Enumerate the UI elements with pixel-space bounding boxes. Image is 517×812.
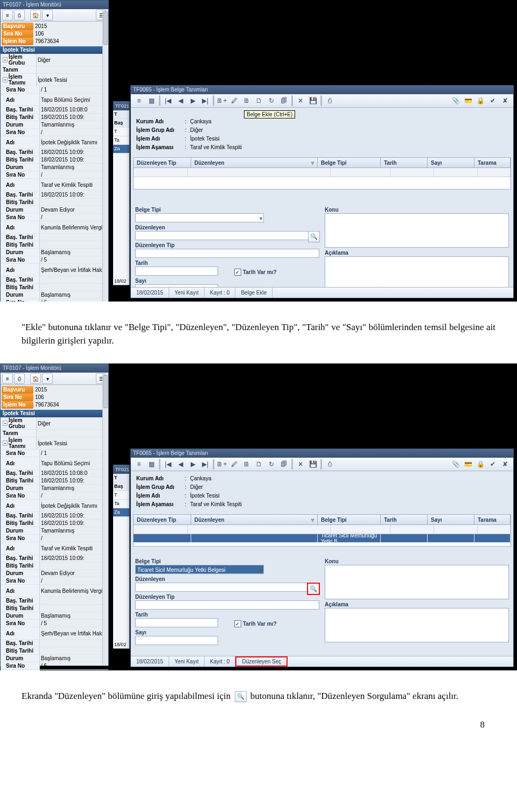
tree-row[interactable]: AdıTapu Bölümü Seçimi [1,457,108,470]
sliver-row[interactable]: T [113,491,129,500]
toolbar-btn[interactable]: ▦ [145,95,157,107]
tree-row[interactable]: Bitiş Tarihi [1,647,108,655]
save-del-btn[interactable]: 💾 [307,95,319,107]
process-tree[interactable]: -İşlem GrubuDiğerTanım-İşlem Tanımıİpote… [1,417,108,670]
nav-btn[interactable]: |◀ [162,95,174,107]
tree-row[interactable]: Baş. Tarihi18/02/2015 10:09: [1,555,108,562]
document-grid[interactable]: Düzenleyen Tip Düzenleyen▿ Belge Tipi Ta… [133,157,511,190]
toolbar-btn[interactable]: ▾ [42,373,53,384]
tarih-input[interactable] [135,267,218,276]
duzenleyen-tip-input[interactable] [135,249,319,258]
right-action-btn[interactable]: ✘ [499,95,511,107]
column-header[interactable]: Sayı [428,515,474,524]
nav-btn[interactable]: ▶ [187,95,199,107]
sliver-row[interactable]: Za [113,508,129,517]
tree-row[interactable]: Bitiş Tarihi [1,605,108,612]
konu-textarea[interactable] [325,213,509,248]
tree-row[interactable]: -İşlem Tanımıİpotek Tesisi [1,74,108,86]
toolbar-btn[interactable]: ▦ [145,458,157,470]
scrollbar[interactable] [102,10,108,302]
doc-action-btn[interactable]: 🖉 [228,95,240,107]
tree-row[interactable]: AdıRehin Kontrolü [1,670,108,670]
column-header[interactable]: Tarama [474,158,511,167]
tree-row[interactable]: DurumDevam Ediyor [1,570,108,577]
column-header[interactable]: Düzenleyen▿ [191,515,318,524]
doc-action-btn[interactable]: 🗐 [278,95,290,107]
toolbar-btn[interactable]: ≡ [133,458,145,470]
print-btn[interactable]: ⎙ [324,95,336,107]
tree-row[interactable]: Baş. Tarihi18/02/2015 10:09: [1,191,108,199]
tree-row[interactable]: AdıŞerh/Beyan ve İrtifak Hakları Kontrol… [1,264,108,276]
tree-row[interactable]: Baş. Tarihi18/02/2015 10:09: [1,512,108,520]
tree-row[interactable]: Bitiş Tarihi [1,241,108,249]
column-header[interactable]: Tarih [381,158,428,167]
tree-row[interactable]: DurumBaşlamamış [1,655,108,662]
tree-row[interactable]: DurumBaşlamamış [1,291,108,299]
column-header[interactable]: Tarih [381,515,428,524]
tree-row[interactable]: DurumTamamlanmış [1,164,108,171]
tree-row[interactable]: Sıra No/ 1 [1,450,108,457]
tree-row[interactable]: Bitiş Tarihi18/02/2015 10:09: [1,114,108,121]
save-del-btn[interactable]: 💾 [307,458,319,470]
right-action-btn[interactable]: ✘ [499,458,511,470]
tree-row[interactable]: Baş. Tarihi18/02/2015 10:09: [1,149,108,156]
tree-row[interactable]: AdıKanunla Belirlenmiş Vergilerin Kontro… [1,585,108,597]
doc-action-btn[interactable]: 🗎 [241,95,253,107]
toolbar-btn[interactable]: 🏠 [30,10,41,20]
tree-row[interactable]: DurumTamamlanmış [1,121,108,129]
right-action-btn[interactable]: ✔ [487,458,499,470]
nav-btn[interactable]: ◀ [174,95,186,107]
tree-row[interactable]: AdıTaraf ve Kimlik Tespiti [1,542,108,555]
nav-btn[interactable]: ▶| [199,458,211,470]
tree-row[interactable]: Sıra No/ 5 [1,620,108,627]
aciklama-textarea[interactable] [325,608,509,642]
right-action-btn[interactable]: 💳 [462,95,474,107]
grid-row[interactable]: Ticaret Sicil Memurluğu Yetki B [134,534,511,543]
sliver-row[interactable]: Za [113,145,129,153]
doc-action-btn[interactable]: 🗋 [253,458,265,470]
tree-row[interactable]: Sıra No/ [1,535,108,542]
duzenleyen-input[interactable]: 🔍 [135,583,319,592]
tree-row[interactable]: Tanım [1,430,108,437]
belge-tipi-dropdown[interactable]: Ticaret Sicil Memurluğu Yetki Belgesi [135,565,264,574]
nav-btn[interactable]: |◀ [162,458,174,470]
print-btn[interactable]: ⎙ [324,458,336,470]
right-action-btn[interactable]: ✔ [487,95,499,107]
status-duzenleyen-sec[interactable]: Düzenleyen Seç [235,656,288,667]
toolbar-btn[interactable]: 🏠 [30,373,41,384]
tree-row[interactable]: Sıra No/ 1 [1,86,108,94]
duzenleyen-lookup-icon[interactable]: 🔍 [307,583,320,595]
tree-row[interactable]: DurumBaşlamamış [1,612,108,620]
tree-row[interactable]: Baş. Tarihi18/02/2015 10:08:0 [1,106,108,114]
toolbar-btn[interactable]: ⎙ [14,10,25,20]
tarih-var-checkbox[interactable]: ✓Tarih Var mı? [234,269,277,276]
right-action-btn[interactable]: 📎 [450,95,462,107]
tree-row[interactable]: AdıKanunla Belirlenmiş Vergilerin Kontro… [1,221,108,234]
tree-row[interactable]: Baş. Tarihi [1,640,108,647]
tree-row[interactable]: Tanım [1,66,108,74]
column-header[interactable]: Düzenleyen▿ [191,158,318,167]
tree-row[interactable]: Bitiş Tarihi18/02/2015 10:09: [1,156,108,164]
sliver-row[interactable]: T [113,128,129,136]
sliver-row[interactable]: Ta [113,136,129,145]
toolbar-btn[interactable]: ≡ [2,10,13,20]
toolbar-btn[interactable]: ⎙ [14,373,25,384]
tree-row[interactable]: DurumTamamlanmış [1,527,108,535]
tree-row[interactable]: Sıra No/ [1,492,108,500]
nav-btn[interactable]: ◀ [174,458,186,470]
tree-row[interactable]: -İşlem GrubuDiğer [1,54,108,66]
tree-row[interactable]: Sıra No/ [1,171,108,179]
tree-row[interactable]: Sıra No/ [1,214,108,221]
save-del-btn[interactable]: ✕ [295,95,306,107]
tree-row[interactable]: Baş. Tarihi [1,276,108,284]
sayi-input[interactable] [135,636,218,645]
doc-action-btn[interactable]: 🗐 [278,458,290,470]
doc-action-btn[interactable]: ↻ [266,95,277,107]
right-action-btn[interactable]: 🔒 [474,458,486,470]
doc-action-btn[interactable]: 🗎+ [216,458,228,470]
doc-action-btn[interactable]: ↻ [266,458,277,470]
tree-row[interactable]: Bitiş Tarihi [1,199,108,206]
tree-row[interactable]: Sıra No/ 6 [1,662,108,670]
column-header[interactable]: Düzenleyen Tip [134,515,191,524]
tree-row[interactable]: Sıra No/ [1,577,108,585]
